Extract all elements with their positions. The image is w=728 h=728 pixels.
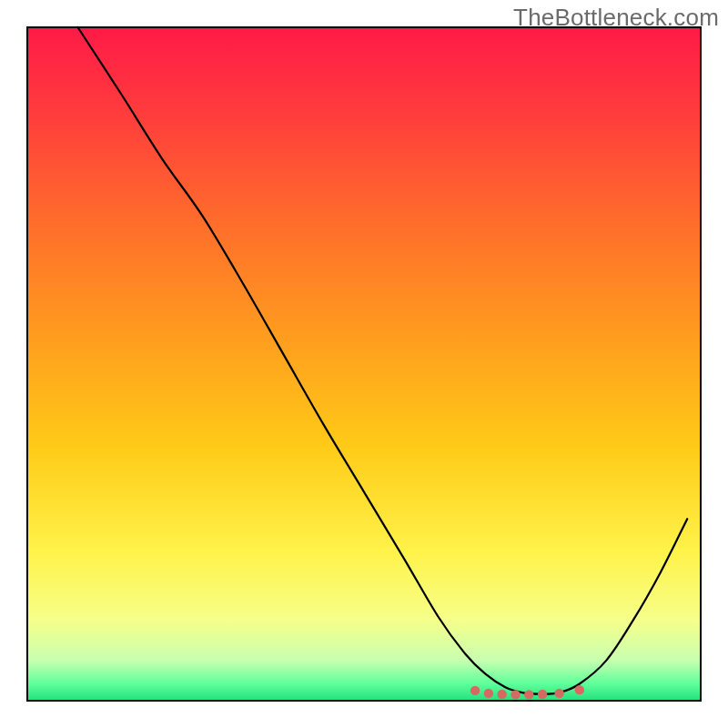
chart-stage: TheBottleneck.com	[0, 0, 728, 728]
watermark-text: TheBottleneck.com	[513, 4, 719, 32]
min-marker	[484, 689, 493, 698]
min-marker	[554, 689, 563, 698]
min-marker	[575, 685, 584, 694]
min-marker	[511, 690, 520, 699]
min-marker	[538, 690, 547, 699]
chart-background	[27, 27, 701, 701]
min-marker	[470, 686, 480, 695]
min-marker	[498, 690, 507, 699]
min-marker	[524, 690, 533, 699]
chart-svg	[0, 0, 728, 728]
